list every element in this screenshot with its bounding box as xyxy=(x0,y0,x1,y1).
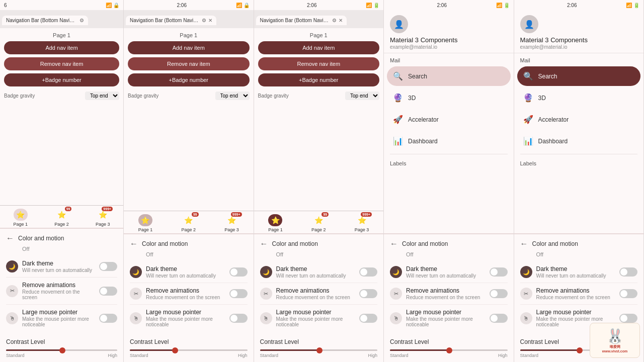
tab-3[interactable]: Navigation Bar (Bottom Naviga... ⚙ ✕ xyxy=(256,16,347,25)
status-icons-4: 📶 🔋 xyxy=(496,3,510,8)
m3-dashboard-item-5[interactable]: 📊 Dashboard xyxy=(517,131,641,151)
back-arrow-2[interactable]: ← xyxy=(130,239,138,248)
dark-theme-row-4: 🌙 Dark theme Will never turn on automati… xyxy=(390,261,508,283)
dark-theme-toggle-1[interactable] xyxy=(99,262,117,271)
badge-gravity-select-1[interactable]: Top end xyxy=(85,92,119,100)
animations-toggle-3[interactable] xyxy=(359,289,377,298)
color-motion-title-5: Color and motion xyxy=(532,240,578,247)
panel-1: 6 📶 🔒 Navigation Bar (Bottom Naviga... ⚙… xyxy=(0,0,124,362)
animations-sub-1: Reduce movement on the screen xyxy=(22,289,95,300)
m3-search-item-4[interactable]: 🔍 Search xyxy=(387,66,511,86)
nav-icon-page3-1: ⭐ 999+ xyxy=(96,209,110,221)
dark-theme-toggle-3[interactable] xyxy=(359,267,377,277)
m3-dashboard-item-4[interactable]: 📊 Dashboard xyxy=(387,131,511,151)
animations-toggle-2[interactable] xyxy=(229,289,248,298)
animations-inner-2: ✂ Remove animations Reduce movement on t… xyxy=(130,287,225,300)
m3-3d-item-4[interactable]: 🔮 3D xyxy=(387,88,511,108)
settings-section-4: 🌙 Dark theme Will never turn on automati… xyxy=(384,259,514,335)
panel-4: 2:06 📶 🔋 👤 Material 3 Components example… xyxy=(384,0,514,362)
mouse-toggle-3[interactable] xyxy=(359,314,377,323)
dark-theme-toggle-2[interactable] xyxy=(229,267,248,277)
back-arrow-4[interactable]: ← xyxy=(390,239,398,248)
tab-1[interactable]: Navigation Bar (Bottom Naviga... ⚙ xyxy=(2,16,88,25)
slider-thumb-4[interactable] xyxy=(446,347,452,353)
slider-container-1 xyxy=(6,349,117,351)
m3-labels-label-4: Labels xyxy=(384,156,514,168)
settings-icon-3[interactable]: ⚙ xyxy=(332,18,337,23)
animations-toggle-5[interactable] xyxy=(619,289,637,298)
m3-dashboard-label-4: Dashboard xyxy=(408,138,438,145)
m3-accelerator-item-4[interactable]: 🚀 Accelerator xyxy=(387,110,511,129)
mouse-toggle-1[interactable] xyxy=(99,314,117,323)
mouse-icon-2: 🖱 xyxy=(130,312,142,324)
badge-btn-3[interactable]: +Badge number xyxy=(258,73,380,86)
slider-track-1 xyxy=(6,349,117,351)
color-motion-panel-2: ← Color and motion Off 🌙 Dark theme Will… xyxy=(124,233,254,362)
close-icon-2[interactable]: ✕ xyxy=(208,18,212,23)
nav-item-page2-1[interactable]: ⭐ 99 Page 2 xyxy=(54,209,69,227)
m3-3d-item-5[interactable]: 🔮 3D xyxy=(517,88,641,108)
nav-item-page2-3[interactable]: ⭐ 99 Page 2 xyxy=(311,214,326,232)
settings-icon-1[interactable]: ⚙ xyxy=(79,18,84,23)
wifi-icon-4: 📶 xyxy=(496,3,502,8)
badge-gravity-label-3: Badge gravity xyxy=(258,93,289,99)
slider-thumb-2[interactable] xyxy=(172,347,178,353)
close-icon-3[interactable]: ✕ xyxy=(339,18,343,23)
mouse-toggle-2[interactable] xyxy=(229,314,248,323)
time-5: 2:06 xyxy=(567,3,577,8)
badge-gravity-select-3[interactable]: Top end xyxy=(345,92,379,100)
remove-nav-btn-1[interactable]: Remove nav item xyxy=(4,57,119,70)
nav-item-page3-2[interactable]: ⭐ 999+ Page 3 xyxy=(224,214,239,232)
nav-label-page3-2: Page 3 xyxy=(224,227,239,232)
animations-toggle-1[interactable] xyxy=(99,287,117,296)
m3-subtitle-4: example@material.io xyxy=(390,44,508,50)
slider-thumb-5[interactable] xyxy=(577,347,583,353)
animations-toggle-4[interactable] xyxy=(490,289,508,298)
animations-row-5: ✂ Remove animations Reduce movement on t… xyxy=(520,283,638,305)
tab-2[interactable]: Navigation Bar (Bottom Naviga... ⚙ ✕ xyxy=(126,16,216,25)
dark-theme-toggle-4[interactable] xyxy=(490,267,508,277)
status-icons-5: 📶 🔋 xyxy=(626,3,639,8)
mouse-toggle-4[interactable] xyxy=(490,314,508,323)
badge-btn-1[interactable]: +Badge number xyxy=(4,73,119,86)
slider-labels-1: Standard High xyxy=(6,353,117,358)
nav-item-page3-1[interactable]: ⭐ 999+ Page 3 xyxy=(96,209,110,227)
dark-theme-icon-2: 🌙 xyxy=(130,266,142,278)
settings-icon-2[interactable]: ⚙ xyxy=(202,18,206,23)
dark-theme-toggle-5[interactable] xyxy=(619,267,637,277)
m3-accelerator-item-5[interactable]: 🚀 Accelerator xyxy=(517,110,641,129)
dark-theme-labels-4: Dark theme Will never turn on automatica… xyxy=(406,265,486,279)
slider-min-3: Standard xyxy=(260,353,279,358)
remove-nav-btn-2[interactable]: Remove nav item xyxy=(128,57,250,70)
remove-nav-btn-3[interactable]: Remove nav item xyxy=(258,57,380,70)
back-arrow-3[interactable]: ← xyxy=(260,239,268,248)
tab-3-label: Navigation Bar (Bottom Naviga... xyxy=(260,18,329,23)
nav-label-page1-1: Page 1 xyxy=(14,222,28,227)
avatar-4: 👤 xyxy=(390,15,408,33)
nav-item-page1-1[interactable]: ⭐ Page 1 xyxy=(14,209,28,227)
back-arrow-5[interactable]: ← xyxy=(520,239,528,248)
back-arrow-1[interactable]: ← xyxy=(6,234,14,243)
nav-item-page3-3[interactable]: ⭐ 999+ Page 3 xyxy=(355,214,369,232)
add-nav-btn-2[interactable]: Add nav item xyxy=(128,41,250,54)
nav-item-page1-3[interactable]: ⭐ Page 1 xyxy=(268,214,283,232)
badge-gravity-select-2[interactable]: Top end xyxy=(215,92,250,100)
add-nav-btn-3[interactable]: Add nav item xyxy=(258,41,380,54)
mouse-toggle-5[interactable] xyxy=(619,314,637,323)
dark-theme-sub-5: Will never turn on automatically xyxy=(536,273,616,279)
slider-container-4 xyxy=(390,349,508,351)
nav-item-page1-2[interactable]: ⭐ Page 1 xyxy=(138,214,153,232)
m3-search-item-5[interactable]: 🔍 Search xyxy=(517,66,641,86)
page-label-3: Page 1 xyxy=(258,32,380,38)
slider-thumb-3[interactable] xyxy=(316,347,323,353)
avatar-5: 👤 xyxy=(520,15,538,33)
animations-labels-1: Remove animations Reduce movement on the… xyxy=(22,282,95,300)
nav-item-page2-2[interactable]: ⭐ 99 Page 2 xyxy=(181,214,196,232)
add-nav-btn-1[interactable]: Add nav item xyxy=(4,41,119,54)
slider-thumb-1[interactable] xyxy=(59,347,65,353)
status-bar-4: 2:06 📶 🔋 xyxy=(384,0,514,10)
badge-page3-1: 999+ xyxy=(102,207,113,211)
badge-btn-2[interactable]: +Badge number xyxy=(128,73,250,86)
slider-fill-4 xyxy=(390,349,449,351)
badge-gravity-label-1: Badge gravity xyxy=(4,93,35,99)
